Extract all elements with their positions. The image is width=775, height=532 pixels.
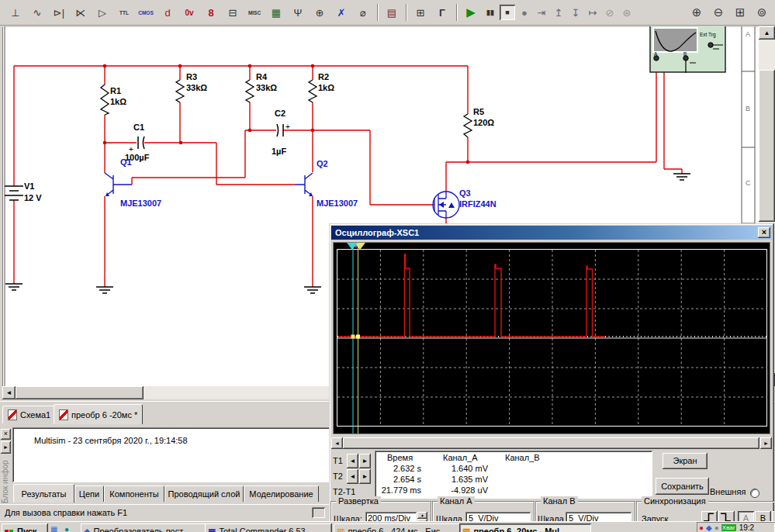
zoom-fit-icon[interactable]: ⊚ — [752, 3, 772, 22]
task-button-preobrazovatel[interactable]: ◆ Преобразователь пост... — [81, 523, 208, 532]
start-button[interactable]: Пуск — [2, 523, 48, 532]
v1-ref-label[interactable]: V1 — [24, 181, 34, 191]
doc-tab-preobr6[interactable]: преобр 6 -20мс * — [54, 404, 143, 424]
results-tab-rezultaty[interactable]: Результаты — [13, 484, 74, 503]
zoom-area-icon[interactable]: ⊞ — [730, 3, 750, 22]
resistor-r2-symbol[interactable] — [309, 80, 317, 102]
place-cmos-icon[interactable]: CMOS — [136, 3, 156, 22]
run-button[interactable]: ▶ — [461, 3, 481, 22]
r2-ref-label[interactable]: R2 — [318, 72, 329, 81]
q2-value-label[interactable]: MJE13007 — [317, 199, 358, 208]
place-misc-icon[interactable]: MISC — [244, 3, 265, 22]
task-button-total-commander[interactable]: ▦ Total Commander 6.53 — [205, 523, 332, 532]
q1-ref-label[interactable]: Q1 — [120, 157, 132, 167]
battery-v1-symbol[interactable] — [5, 186, 23, 200]
scope-hscrollbar[interactable]: ◄ ► — [331, 437, 772, 449]
stop-button[interactable]: ■ — [500, 5, 515, 20]
transistor-q1-symbol[interactable] — [105, 173, 132, 196]
bus-icon[interactable]: Γ — [432, 3, 452, 22]
place-ni-component-icon[interactable]: ✗ — [331, 3, 351, 22]
place-connector-icon[interactable]: ⌀ — [353, 3, 373, 22]
quicklaunch-icon-1[interactable]: ▦ — [50, 525, 57, 532]
zoom-in-icon[interactable]: ⊕ — [687, 3, 707, 22]
place-ttl-icon[interactable]: TTL — [114, 3, 134, 22]
task-button-preobr-424ms[interactable]: ▥ преобр 6 - 424 мс - Еис... — [334, 523, 461, 532]
place-peripherals-icon[interactable]: ▦ — [266, 3, 286, 22]
tray-icon-2[interactable]: ◆ — [706, 523, 712, 532]
q2-ref-label[interactable]: Q2 — [317, 159, 328, 168]
r3-value-label[interactable]: 33kΩ — [186, 83, 207, 92]
results-tab-modelirovanie[interactable]: Моделирование — [244, 485, 319, 502]
scroll-left-button[interactable]: ◄ — [2, 386, 16, 399]
resistor-r5-symbol[interactable] — [464, 114, 472, 137]
zoom-out-icon[interactable]: ⊖ — [708, 3, 728, 22]
doc-tab-schema1[interactable]: Схема1 — [2, 406, 56, 423]
scrollbar-thumb[interactable] — [759, 70, 775, 222]
panel-close-button[interactable]: × — [1, 429, 11, 440]
timebase-spin-up[interactable]: ▲ — [417, 512, 427, 519]
r4-value-label[interactable]: 33kΩ — [256, 83, 277, 92]
results-tab-tsepi[interactable]: Цепи — [74, 485, 104, 502]
capacitor-c1-symbol[interactable] — [138, 136, 144, 149]
capacitor-c2-symbol[interactable] — [277, 124, 283, 136]
results-content[interactable]: Multisim - 23 сентября 2020 г., 19:14:58 — [12, 427, 332, 482]
save-button[interactable]: Сохранить — [656, 478, 709, 495]
screen-reverse-button[interactable]: Экран — [663, 453, 708, 469]
transistor-q2-symbol[interactable] — [295, 173, 313, 196]
r1-ref-label[interactable]: R1 — [110, 86, 121, 95]
scroll-right-button[interactable]: ► — [760, 437, 772, 449]
t1-left-button[interactable]: ◄ — [347, 454, 358, 468]
r5-ref-label[interactable]: R5 — [473, 107, 484, 116]
r4-ref-label[interactable]: R4 — [256, 72, 268, 81]
oscilloscope-window[interactable]: Осциллограф-XSC1 × — [329, 223, 774, 532]
t1-right-button[interactable]: ► — [359, 454, 371, 468]
place-power-icon[interactable]: ⊟ — [223, 3, 243, 22]
tray-icon-1[interactable]: ● — [699, 523, 704, 532]
resistor-r1-symbol[interactable] — [101, 85, 109, 115]
scrollbar-thumb[interactable] — [343, 437, 759, 449]
t2-left-button[interactable]: ◄ — [347, 469, 358, 484]
pause-instrument-icon[interactable]: ⊛ — [619, 3, 635, 22]
results-tab-komponenty[interactable]: Компоненты — [104, 485, 164, 502]
c2-ref-label[interactable]: C2 — [275, 109, 285, 118]
t2-right-button[interactable]: ► — [359, 469, 371, 484]
q3-value-label[interactable]: IRFIZ44N — [459, 199, 496, 209]
scroll-left-button[interactable]: ◄ — [331, 437, 343, 449]
scope-title-bar[interactable]: Осциллограф-XSC1 × — [331, 226, 772, 240]
pause-button[interactable]: ▮▮ — [483, 3, 498, 22]
r5-value-label[interactable]: 120Ω — [473, 118, 494, 127]
mosfet-q3-symbol[interactable] — [433, 192, 459, 218]
place-diode-icon[interactable]: ⊳| — [49, 3, 69, 22]
scope-close-button[interactable]: × — [758, 227, 770, 238]
run-to-cursor-icon[interactable]: ↦ — [585, 3, 600, 22]
place-seven-segment-icon[interactable]: 8 — [201, 3, 221, 22]
task-button-preobr-20ms-active[interactable]: ▥ преобр 6 -20мс - Мul... — [459, 523, 591, 532]
place-basic-icon[interactable]: ∿ — [27, 3, 47, 22]
resistor-r4-symbol[interactable] — [246, 80, 254, 102]
place-analog-icon[interactable]: ▷ — [92, 3, 112, 22]
oscilloscope-instrument-icon[interactable]: Ext Trg A B — [650, 26, 725, 73]
r2-value-label[interactable]: 1kΩ — [318, 83, 334, 92]
place-indicator-icon[interactable]: 0v — [179, 3, 199, 22]
external-trigger-radio[interactable] — [750, 489, 759, 498]
step-over-icon[interactable]: ↥ — [551, 3, 566, 22]
r3-ref-label[interactable]: R3 — [186, 72, 197, 81]
quicklaunch-icon-2[interactable]: ● — [64, 525, 69, 532]
place-electromech-icon[interactable]: ⊕ — [310, 3, 330, 22]
mcu-icon[interactable]: ▤ — [382, 3, 402, 22]
scroll-up-button[interactable]: ▲ — [759, 26, 775, 40]
r1-value-label[interactable]: 1kΩ — [110, 97, 126, 106]
scrollbar-thumb[interactable] — [16, 386, 144, 399]
step-out-icon[interactable]: ↧ — [568, 3, 583, 22]
step-into-icon[interactable]: ⇥ — [534, 3, 549, 22]
resistor-r3-symbol[interactable] — [176, 80, 184, 102]
record-button[interactable]: ● — [517, 3, 532, 22]
tray-language-badge[interactable]: Хваг — [721, 524, 736, 531]
results-tab-provodyashchiy-sloy[interactable]: Проводящий слой — [164, 485, 244, 502]
c2-value-label[interactable]: 1µF — [272, 147, 286, 156]
hierarchical-block-icon[interactable]: ⊞ — [410, 3, 431, 22]
q1-value-label[interactable]: MJE13007 — [120, 199, 161, 208]
q3-ref-label[interactable]: Q3 — [459, 188, 471, 198]
place-transistor-icon[interactable]: ⋉ — [71, 3, 91, 22]
place-rf-icon[interactable]: Ψ — [288, 3, 308, 22]
